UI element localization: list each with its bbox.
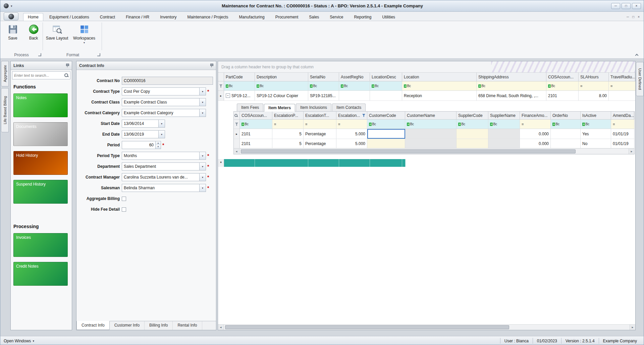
- end-date-picker[interactable]: 13/06/2019 ▾: [122, 130, 165, 138]
- subgrid-row[interactable]: ▸ 2101 5 Percentage 5.000 0.000 Yes 01/0…: [234, 129, 634, 139]
- cell-escalationt[interactable]: Percentage: [304, 139, 336, 148]
- tab-finance-hr[interactable]: Finance / HR: [121, 13, 154, 21]
- search-icon[interactable]: [64, 73, 69, 78]
- scroll-left-icon[interactable]: ◄: [218, 325, 224, 330]
- period-type-combo[interactable]: Months ▾: [122, 152, 206, 160]
- grid-new-row[interactable]: *: [218, 159, 635, 167]
- filter-cell-customername[interactable]: aBc: [405, 120, 457, 129]
- hide-fee-detail-checkbox[interactable]: [122, 207, 126, 212]
- tab-inventory[interactable]: Inventory: [155, 13, 181, 21]
- column-header-partcode[interactable]: PartCode: [224, 73, 255, 81]
- subgrid-row[interactable]: 2101 5 Percentage 5.000 0.000 No 01/01/1…: [234, 139, 634, 148]
- tab-utilities[interactable]: Utilities: [377, 13, 400, 21]
- filter-cell-shippingaddress[interactable]: aBc: [477, 81, 546, 90]
- column-header-slahours[interactable]: SLAHours: [579, 73, 609, 81]
- format-dialog-launcher-icon[interactable]: [97, 53, 100, 56]
- cell-escalationp[interactable]: 5: [272, 129, 304, 139]
- filter-cell-suppliercode[interactable]: aBc: [457, 120, 488, 129]
- open-windows-button[interactable]: Open Windows ▾: [4, 339, 34, 343]
- chevron-down-icon[interactable]: ▾: [199, 163, 206, 170]
- spin-up-icon[interactable]: ▲: [156, 141, 161, 145]
- column-header-assetregno[interactable]: AssetRegNo: [339, 73, 370, 81]
- column-header-escalationt[interactable]: EscalationT...: [304, 112, 336, 120]
- ribbon-collapse-button[interactable]: [636, 53, 640, 57]
- cell-customername[interactable]: [405, 129, 457, 139]
- filter-cell-travelradius[interactable]: =: [609, 81, 635, 90]
- grid-horizontal-scrollbar[interactable]: ◄ ►: [218, 324, 635, 330]
- new-row-cell[interactable]: [308, 159, 339, 167]
- filter-cell-customercode[interactable]: aBc: [367, 120, 405, 129]
- filter-cell-partcode[interactable]: aBc: [224, 81, 255, 90]
- invoices-button[interactable]: Invoices: [13, 233, 68, 257]
- minimize-button[interactable]: ─: [611, 3, 620, 9]
- credit-notes-button[interactable]: Credit Notes: [13, 262, 68, 286]
- contract-manager-combo[interactable]: Carolina Suzzetta Lourens van de... ▾: [122, 173, 206, 181]
- column-header-locationdesc[interactable]: LocationDesc: [370, 73, 402, 81]
- close-button[interactable]: ×: [632, 3, 641, 9]
- filter-cell-suppliername[interactable]: aBc: [488, 120, 520, 129]
- save-button[interactable]: Save: [2, 23, 23, 41]
- contract-type-combo[interactable]: Cost Per Copy ▾: [122, 87, 206, 95]
- column-header-cosaccount[interactable]: COSAccoun...: [546, 73, 579, 81]
- column-header-financeamount[interactable]: FinanceAmo...: [520, 112, 551, 120]
- scrollbar-thumb[interactable]: [241, 149, 576, 153]
- filter-cell-escalationt[interactable]: =: [304, 120, 336, 129]
- tab-manufacturing[interactable]: Manufacturing: [234, 13, 269, 21]
- tab-billing-info[interactable]: Billing Info: [145, 321, 173, 330]
- cell-suppliercode[interactable]: [457, 129, 488, 139]
- new-row-cell[interactable]: [370, 159, 402, 167]
- cell-assetregno[interactable]: [339, 91, 370, 100]
- new-row-cell[interactable]: [224, 159, 255, 167]
- cell-suppliername[interactable]: [488, 139, 520, 148]
- column-header-amenddate[interactable]: AmendDa...: [611, 112, 634, 120]
- cell-partcode[interactable]: −SP19-12...: [224, 91, 255, 100]
- tab-procurement[interactable]: Procurement: [271, 13, 303, 21]
- scroll-left-icon[interactable]: ◄: [234, 149, 239, 154]
- save-layout-button[interactable]: Save Layout: [44, 23, 70, 41]
- cell-isactive[interactable]: No: [581, 139, 611, 148]
- column-header-customercode[interactable]: CustomerCode: [367, 112, 405, 120]
- filter-cell-cosaccount[interactable]: aBc: [240, 120, 272, 129]
- mdi-maximize-button[interactable]: □: [632, 15, 634, 19]
- contract-class-combo[interactable]: Example Contract Class ▾: [122, 98, 206, 106]
- cell-financeamount[interactable]: 0.000: [520, 129, 551, 139]
- filter-cell-location[interactable]: aBc: [402, 81, 477, 90]
- cell-location[interactable]: Reception: [402, 91, 477, 100]
- chevron-down-icon[interactable]: ▾: [199, 98, 206, 106]
- filter-cell-assetregno[interactable]: aBc: [339, 81, 370, 90]
- period-stepper[interactable]: 60 ▲ ▼: [122, 141, 161, 149]
- pin-icon[interactable]: [65, 63, 69, 68]
- tab-sales[interactable]: Sales: [304, 13, 324, 21]
- spin-down-icon[interactable]: ▼: [156, 145, 161, 149]
- column-header-escalationp[interactable]: EscalationP...: [272, 112, 304, 120]
- grid-data-row[interactable]: ▸ −SP19-12... SP19-12 Colour Copier SP19…: [218, 91, 635, 101]
- filter-cell-description[interactable]: aBc: [255, 81, 308, 90]
- column-header-customername[interactable]: CustomerName: [405, 112, 457, 120]
- chevron-down-icon[interactable]: ▾: [158, 120, 165, 127]
- filter-cell-serialno[interactable]: aBc: [308, 81, 339, 90]
- cell-shippingaddress[interactable]: 658 Dime Road, South Riding, ,...: [477, 91, 546, 100]
- process-dialog-launcher-icon[interactable]: [38, 53, 41, 56]
- cell-cosaccount[interactable]: 2101: [240, 129, 272, 139]
- cell-slahours[interactable]: 8.00: [579, 91, 609, 100]
- tab-equipment-locations[interactable]: Equipment / Locations: [45, 13, 94, 21]
- filter-cell-escalationp[interactable]: =: [272, 120, 304, 129]
- chevron-down-icon[interactable]: ▾: [199, 152, 206, 159]
- cell-escalation[interactable]: 5.000: [336, 139, 367, 148]
- workspaces-button[interactable]: Workspaces ▾: [70, 23, 98, 44]
- tab-contract[interactable]: Contract: [95, 13, 120, 21]
- column-header-suppliercode[interactable]: SupplierCode: [457, 112, 488, 120]
- tab-maintenance-projects[interactable]: Maintenance / Projects: [183, 13, 233, 21]
- column-header-suppliername[interactable]: SupplierName: [488, 112, 520, 120]
- back-button[interactable]: Back: [23, 23, 44, 41]
- cell-travelradius[interactable]: [609, 91, 635, 100]
- side-tab-user-defined[interactable]: User Defined: [636, 62, 644, 96]
- documents-button[interactable]: Documents: [13, 122, 68, 146]
- filter-cell-financeamount[interactable]: =: [520, 120, 551, 129]
- active-filter-icon[interactable]: [362, 114, 365, 117]
- links-search-input[interactable]: [12, 73, 64, 77]
- column-header-serialno[interactable]: SerialNo: [308, 73, 339, 81]
- tab-item-fees[interactable]: Item Fees: [237, 104, 263, 111]
- new-row-cell[interactable]: [255, 159, 308, 167]
- chevron-down-icon[interactable]: ▾: [199, 174, 206, 181]
